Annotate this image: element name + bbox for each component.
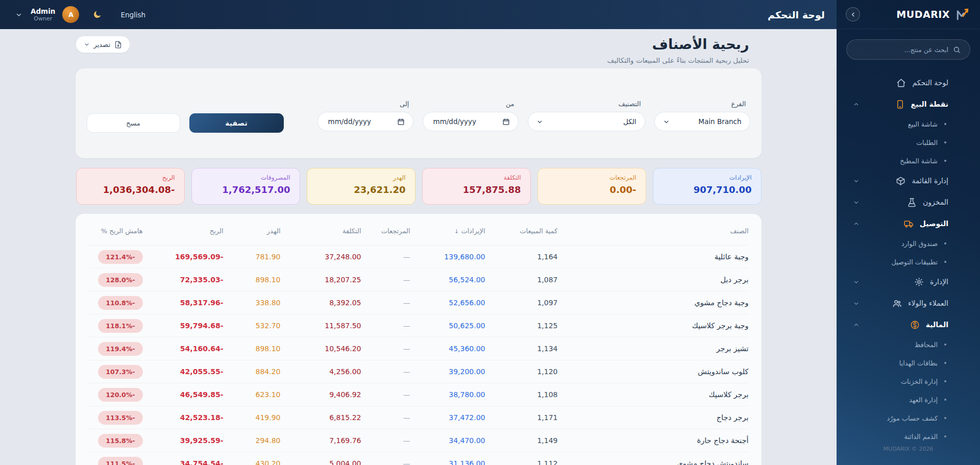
to-date-field: إلى mm/dd/yyyy [317, 100, 413, 158]
stat-card-cost: التكلفة 157,875.88 [422, 168, 531, 205]
margin-badge: 128.0%- [98, 273, 142, 287]
branch-select[interactable]: Main Branch [654, 112, 750, 131]
column-header-qty[interactable]: كمية المبيعات [485, 214, 558, 246]
margin-badge: 119.4%- [98, 342, 142, 356]
chevron-down-icon [853, 279, 860, 285]
user-name: Admin [31, 7, 55, 15]
box-icon [896, 176, 905, 186]
cell-qty: 1,134 [485, 337, 558, 360]
sidebar-item-administration[interactable]: الإدارة [837, 271, 980, 292]
chevron-down-icon [853, 178, 860, 184]
cell-cost: 8,392.05 [281, 291, 361, 314]
brand-logo[interactable]: MUDARIX [896, 6, 971, 22]
cell-waste: 532.70 [224, 314, 281, 337]
vertical-scrollbar[interactable] [834, 69, 837, 465]
sidebar-subitem-wallets[interactable]: المحافظ [837, 335, 980, 354]
export-button[interactable]: تصدير [76, 36, 131, 53]
dollar-icon [910, 320, 920, 330]
stat-value: 1,036,304.08- [86, 184, 175, 195]
cell-margin: 120.0%- [88, 383, 143, 406]
table-row: أجنحة دجاج حارة 1,149 34,470.00 — 7,169.… [88, 429, 749, 452]
sort-desc-icon: ↓ [453, 228, 459, 235]
stat-card-waste: الهدر 23,621.20 [307, 168, 415, 205]
cell-revenue: 39,200.00 [410, 360, 485, 383]
page-subtitle: تحليل ربحية المنتجات بناءً على المبيعات … [607, 56, 749, 64]
sidebar-subitem-orders[interactable]: الطلبات [837, 133, 980, 152]
sidebar-item-delivery[interactable]: التوصيل [837, 213, 980, 234]
column-header-cost[interactable]: التكلفة [281, 214, 361, 246]
sidebar-collapse-button[interactable] [846, 7, 860, 21]
sidebar-subitem-sales-screen[interactable]: شاشة البيع [837, 115, 980, 133]
cell-item: وجبة دجاج مشوي [558, 291, 749, 314]
cell-profit: 59,794.68- [143, 314, 224, 337]
cell-returns: — [361, 383, 410, 406]
category-select[interactable]: الكل [528, 112, 645, 131]
column-header-waste[interactable]: الهدر [224, 214, 281, 246]
sidebar-item-dashboard[interactable]: لوحة التحكم [837, 72, 980, 93]
dark-mode-moon-icon[interactable] [92, 10, 102, 19]
cell-qty: 1,108 [485, 383, 558, 406]
chevron-down-icon[interactable] [15, 11, 22, 18]
cell-waste: 419.90 [224, 406, 281, 429]
stat-value: 1,762,517.00 [201, 184, 290, 195]
bullet-dot-icon [944, 160, 946, 162]
sidebar-subitem-supplier-statement[interactable]: كشف حساب مورّد [837, 409, 980, 427]
sidebar-subitem-kitchen-screen[interactable]: شاشة المطبخ [837, 152, 980, 170]
bullet-dot-icon [944, 435, 946, 437]
branch-value: Main Branch [698, 117, 741, 126]
column-header-item[interactable]: الصنف [558, 214, 749, 246]
stat-value: 157,875.88 [432, 184, 521, 195]
chevron-up-icon [853, 322, 860, 328]
cell-profit: 54,160.64- [143, 337, 224, 360]
column-header-margin[interactable]: هامش الربح % [88, 214, 143, 246]
cell-returns: — [361, 337, 410, 360]
stat-card-expenses: المصروفات 1,762,517.00 [191, 168, 300, 205]
topbar-user-cluster: Admin Owner A English [15, 6, 145, 23]
sidebar-item-inventory[interactable]: المخزون [837, 191, 980, 213]
cell-item: أجنحة دجاج حارة [558, 429, 749, 452]
column-header-returns[interactable]: المرتجعات [361, 214, 410, 246]
sidebar-subitem-safes-management[interactable]: إدارة الخزنات [837, 372, 980, 390]
profitability-table-card: الصنفكمية المبيعاتالإيرادات ↓المرتجعاتال… [76, 214, 762, 465]
cell-returns: — [361, 291, 410, 314]
export-label: تصدير [94, 41, 111, 48]
sidebar-subitem-delivery-apps[interactable]: تطبيقات التوصيل [837, 253, 980, 271]
from-date-label: من [423, 100, 514, 108]
sidebar-item-customers-loyalty[interactable]: العملاء والولاء [837, 292, 980, 314]
sidebar-subitem-accounts-payable[interactable]: الذمم الدائنة [837, 427, 980, 446]
export-file-icon [114, 41, 122, 48]
bullet-dot-icon [944, 399, 946, 401]
stat-card-profit: الربح 1,036,304.08- [76, 168, 185, 205]
margin-badge: 110.8%- [98, 296, 142, 310]
table-row: وجبة عائلية 1,164 139,680.00 — 37,248.00… [88, 246, 749, 268]
search-input[interactable]: ابحث عن منتج... [846, 39, 970, 60]
avatar[interactable]: A [62, 6, 79, 23]
user-name-block[interactable]: Admin Owner [31, 7, 55, 22]
sidebar-item-finance[interactable]: المالية [837, 314, 980, 335]
sidebar-item-pos[interactable]: نقطة البيع [837, 93, 980, 115]
margin-badge: 115.8%- [98, 434, 142, 448]
cell-waste: 294.80 [224, 429, 281, 452]
sidebar-subitem-custody-management[interactable]: إدارة العهد [837, 390, 980, 409]
cell-revenue: 38,780.00 [410, 383, 485, 406]
flask-icon [907, 198, 917, 207]
clear-button[interactable]: مسح [87, 113, 180, 133]
cell-item: ساندويتش دجاج مشوي [558, 452, 749, 465]
language-selector[interactable]: English [120, 11, 145, 19]
cell-item: وجبة عائلية [558, 246, 749, 268]
column-header-profit[interactable]: الربح [143, 214, 224, 246]
stat-label: المرتجعات [547, 174, 636, 181]
from-date-input[interactable]: mm/dd/yyyy [423, 112, 519, 131]
sidebar-subitem-gift-cards[interactable]: بطاقات الهدايا [837, 354, 980, 372]
cell-returns: — [361, 246, 410, 268]
stat-label: التكلفة [432, 174, 521, 181]
sidebar-subitem-inbox[interactable]: صندوق الوارد [837, 234, 980, 253]
cell-profit: 72,335.03- [143, 268, 224, 291]
bullet-dot-icon [944, 261, 946, 263]
sidebar-item-menu-management[interactable]: إدارة القائمة [837, 170, 980, 191]
filter-button[interactable]: تصفية [189, 113, 284, 133]
bullet-dot-icon [944, 380, 946, 382]
cell-cost: 7,169.76 [281, 429, 361, 452]
column-header-revenue[interactable]: الإيرادات ↓ [410, 214, 485, 246]
to-date-input[interactable]: mm/dd/yyyy [317, 112, 413, 131]
